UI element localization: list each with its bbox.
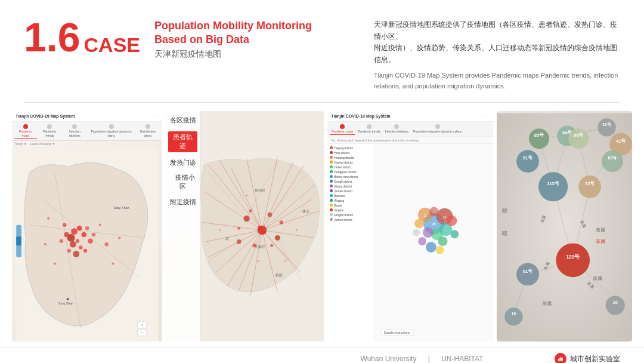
svg-point-20 [47,217,49,220]
panel3-hint: Tip: clicking each legend of the adminis… [327,137,493,144]
legend-xiqing: Xiqing district [330,184,372,188]
legend-dongli: Dongli district [330,180,372,183]
svg-point-8 [81,232,86,238]
svg-point-15 [67,249,71,253]
svg-text:Tong Shan: Tong Shan [58,302,74,305]
tab-pandemic-maps[interactable]: Pandemic maps [14,124,37,139]
svg-text:25: 25 [432,223,436,226]
title-line1: Population Mobility Monitoring [154,19,360,33]
legend-beichen: Beichen [330,194,372,198]
svg-point-17 [83,249,87,253]
desc-en: Tianjin COVID-19 Map System provides Pan… [374,70,620,91]
svg-point-141 [529,129,549,149]
tab-infection[interactable]: Infection relations [63,124,87,139]
panel1-map-content: + − collecting time: 2020-04-24 06:00:00… [12,147,162,342]
svg-point-19 [92,233,95,236]
tab-disinfection[interactable]: Disinfection plans [136,124,160,139]
svg-rect-28 [16,237,21,246]
legend-heping: Heping district [330,146,372,150]
svg-text:武: 武 [225,236,229,241]
legend-hexi: Hexi district [330,151,372,155]
menu-patient: 患者轨迹 [168,131,197,152]
panel1-navtabs[interactable]: Pandemic maps Pandemic trends Infection … [12,122,162,141]
svg-text:蓟区: 蓟区 [275,273,283,277]
panel3-navtabs[interactable]: Pandemic maps Pandemic trends Infection … [327,122,493,137]
footer: Wuhan University | UN-HABITAT 🏙 城市创新实验室 [0,347,644,363]
svg-point-99 [426,242,436,253]
svg-point-21 [104,242,108,246]
p3-tab-pandemic[interactable]: Pandemic maps [330,124,355,135]
title-zh: 天津新冠疫情地图 [154,49,360,60]
svg-point-23 [54,263,56,265]
p3-tab-infection[interactable]: Infection relations [383,124,410,135]
svg-point-155 [538,173,568,202]
svg-text:亲属: 亲属 [595,239,605,245]
svg-text:72号: 72号 [585,181,595,186]
svg-point-74 [244,216,250,222]
svg-point-72 [258,226,263,231]
svg-point-103 [429,207,439,217]
panel1-dots: ··· [153,113,159,119]
svg-point-163 [606,296,625,315]
svg-point-25 [118,237,120,239]
case-number: 1.6 [24,17,80,57]
p3-tab-trends[interactable]: Pandemic trends [356,124,382,135]
panel3-title: Tianjin COVID-19 Map System [331,114,390,118]
svg-text:41号: 41号 [616,139,626,144]
svg-text:Tang Shan: Tang Shan [113,205,129,210]
images-section: Tianjin COVID-19 Map System ··· Pandemic… [0,103,644,347]
legend-nankai: Nankai district [330,161,372,164]
svg-text:98号: 98号 [574,133,583,139]
panel-4-network: 亲属 亲属 亲属 亲属 嗯 嗯 85号 84号 32号 41号 [497,111,632,342]
svg-text:Specific instructions: Specific instructions [384,331,410,334]
panel3-appbar: Tianjin COVID-19 Map System ··· [327,111,493,122]
menu-community: 疫情小区 [168,173,197,192]
svg-text:12: 12 [424,214,428,217]
p3-tab-population[interactable]: Population migration dynamics plans [411,124,463,135]
svg-text:−: − [141,331,143,335]
svg-point-84 [296,230,298,232]
svg-point-9 [70,241,76,248]
tab-population[interactable]: Population migration dynamics plans [88,124,135,139]
svg-text:亲属: 亲属 [542,302,552,307]
svg-point-4 [71,229,78,235]
svg-point-151 [568,129,589,149]
panel2-content: 各区疫情 患者轨迹 发热门诊 疫情小区 附近疫情 郊州区 唐山 武 宝坻区 蓟区 [166,111,324,342]
svg-text:亲属: 亲属 [593,276,602,281]
panel1-location: Tianjin ▼ Cases choosing ▼ [12,141,162,147]
svg-point-16 [73,251,79,257]
legend-jizhou: Jizhou district [330,218,372,222]
svg-point-80 [249,210,252,213]
legend-jinghai: Jinghai [330,208,372,212]
panel1-appbar: Tianjin COVID-19 Map System ··· [12,111,162,122]
panel3-chart: 25 18 12 Specific instructions [375,144,493,342]
legend-baodi: Baodi [330,204,372,207]
desc-zh: 天津新冠疫情地图系统提供了疫情地图（各区疫情、患者轨迹、发热门诊、疫情小区、附近… [374,19,620,66]
svg-text:10: 10 [612,300,617,305]
svg-point-100 [436,246,444,254]
menu-district: 各区疫情 [168,116,197,125]
svg-point-85 [258,260,259,262]
svg-text:115号: 115号 [547,181,559,186]
svg-point-157 [578,176,601,198]
panel-2-migration-map: 各区疫情 患者轨迹 发热门诊 疫情小区 附近疫情 郊州区 唐山 武 宝坻区 蓟区 [166,111,324,342]
svg-point-165 [504,308,522,326]
header-section: 1.6 CASE Population Mobility Monitoring … [0,0,644,102]
footer-logo: 🏙 城市创新实验室 [555,353,620,363]
legend-jinnan: Jinnan district [330,189,372,193]
footer-logo-icon: 🏙 [555,353,566,363]
panel2-map: 郊州区 唐山 武 宝坻区 蓟区 [200,111,324,342]
svg-text:18: 18 [443,216,447,219]
panel3-main: Heping district Hexi district Hedong dis… [327,144,493,342]
title-block: Population Mobility Monitoring Based on … [154,17,360,60]
svg-point-86 [246,195,248,196]
svg-point-149 [516,150,539,173]
case-label: CASE [84,35,140,55]
svg-point-73 [262,230,266,234]
footer-logo-text: 城市创新实验室 [570,354,620,363]
footer-wuhan: Wuhan University [361,355,417,363]
svg-point-5 [77,226,82,231]
tab-pandemic-trends[interactable]: Pandemic trends [38,124,61,139]
panel-1-pandemic-map: Tianjin COVID-19 Map System ··· Pandemic… [12,111,162,342]
svg-point-101 [413,229,420,236]
